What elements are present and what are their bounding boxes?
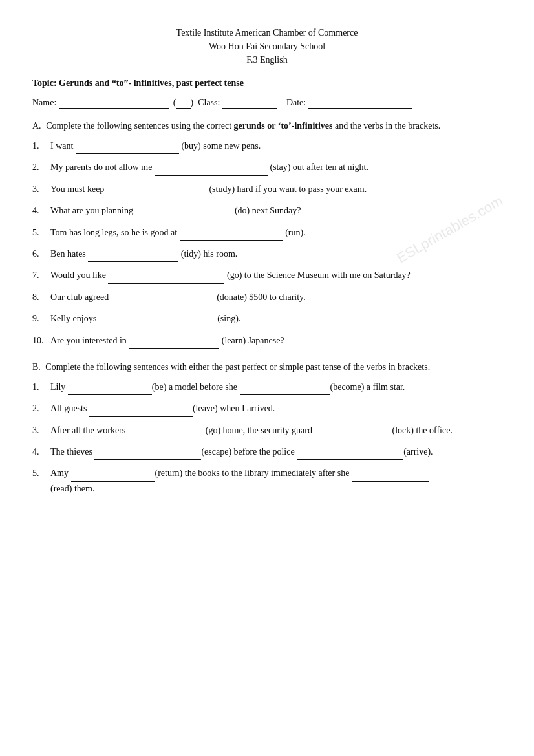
header-line2: Woo Hon Fai Secondary School xyxy=(32,39,502,53)
item-number: 2. xyxy=(32,160,39,175)
item-number: 7. xyxy=(32,268,39,283)
answer-blank[interactable] xyxy=(89,402,193,416)
item-number: 4. xyxy=(32,445,39,459)
answer-blank[interactable] xyxy=(240,380,330,395)
list-item: 6.Ben hates (tidy) his room. xyxy=(32,247,502,262)
item-number: 1. xyxy=(32,139,39,153)
item-number: 4. xyxy=(32,204,39,218)
date-blank[interactable] xyxy=(308,98,412,109)
answer-blank[interactable] xyxy=(352,466,429,481)
answer-blank[interactable] xyxy=(297,445,403,460)
list-item: 7.Would you like (go) to the Science Mus… xyxy=(32,268,502,283)
section-a-letter: A. xyxy=(32,121,41,131)
item-number: 3. xyxy=(32,424,39,438)
answer-blank[interactable] xyxy=(76,139,179,154)
answer-blank[interactable] xyxy=(108,268,224,283)
section-a-list: 1.I want (buy) some new pens.2.My parent… xyxy=(32,139,502,349)
section-b-list: 1.Lily (be) a model before she (become) … xyxy=(32,380,502,496)
item-number: 10. xyxy=(32,334,44,348)
list-item: 4.The thieves (escape) before the police… xyxy=(32,445,502,460)
section-b-intro: B. Complete the following sentences with… xyxy=(32,360,502,374)
item-number: 6. xyxy=(32,247,39,261)
class-label: Class: xyxy=(198,98,220,108)
answer-blank[interactable] xyxy=(129,334,219,349)
answer-blank[interactable] xyxy=(68,380,152,395)
item-number: 5. xyxy=(32,226,39,240)
list-item: 2.My parents do not allow me (stay) out … xyxy=(32,160,502,175)
list-item: 10.Are you interested in (learn) Japanes… xyxy=(32,334,502,349)
date-label: Date: xyxy=(286,98,306,108)
section-a-intro: A. Complete the following sentences usin… xyxy=(32,119,502,133)
info-line: Name: ( ) Class: Date: xyxy=(32,98,502,109)
answer-blank[interactable] xyxy=(99,312,215,327)
list-item: 8.Our club agreed (donate) $500 to chari… xyxy=(32,290,502,305)
item-number: 5. xyxy=(32,466,39,481)
list-item: 1.Lily (be) a model before she (become) … xyxy=(32,380,502,395)
answer-blank[interactable] xyxy=(111,290,215,305)
list-item: 1.I want (buy) some new pens. xyxy=(32,139,502,154)
answer-blank[interactable] xyxy=(107,182,207,197)
item-number: 8. xyxy=(32,290,39,305)
list-item: 4.What are you planning (do) next Sunday… xyxy=(32,204,502,219)
answer-blank[interactable] xyxy=(88,247,178,262)
name-label: Name: xyxy=(32,98,56,108)
answer-blank[interactable] xyxy=(128,424,206,438)
list-item: 5.Tom has long legs, so he is good at (r… xyxy=(32,226,502,241)
item-number: 3. xyxy=(32,182,39,197)
answer-blank[interactable] xyxy=(180,226,283,241)
answer-blank[interactable] xyxy=(314,424,392,438)
answer-blank[interactable] xyxy=(71,466,155,481)
item-number: 2. xyxy=(32,402,39,416)
class-blank[interactable] xyxy=(222,98,277,109)
header-line1: Textile Institute American Chamber of Co… xyxy=(32,26,502,39)
page-header: Textile Institute American Chamber of Co… xyxy=(32,26,502,67)
item-number: 1. xyxy=(32,380,39,394)
header-line3: F.3 English xyxy=(32,53,502,67)
list-item: 3.You must keep (study) hard if you want… xyxy=(32,182,502,197)
paren-close: ) xyxy=(191,98,194,108)
answer-blank[interactable] xyxy=(155,160,268,175)
answer-blank[interactable] xyxy=(135,204,232,219)
topic-line: Topic: Gerunds and “to”- infinitives, pa… xyxy=(32,78,502,89)
item-number: 9. xyxy=(32,312,39,326)
list-item: 3.After all the workers (go) home, the s… xyxy=(32,424,502,438)
section-b-letter: B. xyxy=(32,362,41,372)
name-blank[interactable] xyxy=(59,98,169,109)
list-item: 5.Amy (return) the books to the library … xyxy=(32,466,502,496)
list-item: 2.All guests (leave) when I arrived. xyxy=(32,402,502,416)
answer-blank[interactable] xyxy=(94,445,201,460)
number-blank[interactable] xyxy=(176,98,191,109)
list-item: 9.Kelly enjoys (sing). xyxy=(32,312,502,327)
